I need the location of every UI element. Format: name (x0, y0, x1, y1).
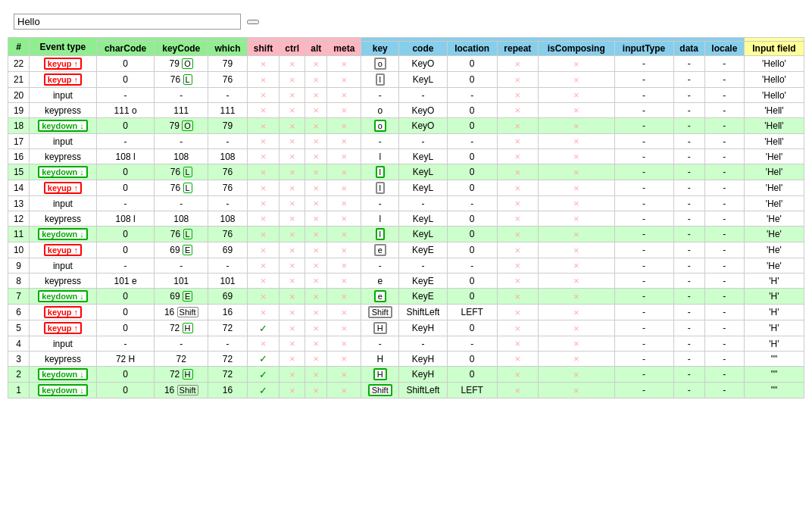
clear-button[interactable] (247, 20, 259, 24)
table-cell: ✓ (248, 383, 280, 399)
keycode-badge: O (182, 120, 193, 131)
event-table: # Event type charCode keyCode which shif… (8, 37, 804, 399)
table-cell: × (538, 367, 614, 383)
table-cell: - (155, 336, 208, 352)
table-cell: - (447, 336, 497, 352)
table-cell: KeyE (399, 242, 448, 258)
table-cell: 0 (447, 164, 497, 180)
table-cell: - (704, 274, 744, 289)
table-cell: × (497, 242, 538, 258)
table-cell: 'He' (744, 258, 804, 274)
table-cell: × (327, 196, 361, 211)
keydown-badge: keydown ↓ (38, 166, 88, 178)
table-cell: 0 (447, 367, 497, 383)
table-cell: × (248, 164, 280, 180)
table-cell: - (704, 336, 744, 352)
table-cell: × (538, 227, 614, 242)
table-cell: 0 (96, 180, 155, 196)
table-cell: × (248, 211, 280, 227)
table-cell: × (280, 258, 305, 274)
table-cell: × (497, 352, 538, 367)
table-cell: 108 l (96, 149, 155, 164)
table-cell: × (305, 164, 327, 180)
table-cell: × (248, 258, 280, 274)
keyboard-input[interactable] (14, 14, 241, 30)
shift-check: ✓ (259, 385, 267, 396)
table-cell: - (704, 180, 744, 196)
col-shift: shift (248, 42, 280, 56)
table-cell: × (538, 258, 614, 274)
shift-cross: × (261, 229, 267, 240)
table-cell: 'H' (744, 289, 804, 305)
table-cell: × (327, 88, 361, 103)
table-cell: "" (744, 352, 804, 367)
table-cell: 0 (447, 180, 497, 196)
keycode-badge: H (183, 323, 193, 333)
key-badge-green: Shift (368, 384, 392, 396)
table-cell: × (538, 352, 614, 367)
table-cell: - (673, 134, 704, 149)
table-cell: 101 (155, 274, 208, 289)
table-cell: - (399, 134, 448, 149)
table-cell: × (305, 88, 327, 103)
table-cell: 101 e (96, 274, 155, 289)
table-cell: - (673, 367, 704, 383)
table-cell: × (280, 88, 305, 103)
col-alt: alt (305, 42, 327, 56)
table-cell: - (673, 289, 704, 305)
table-cell: - (614, 118, 673, 134)
keyup-badge: keyup ↑ (44, 73, 82, 86)
table-cell: - (399, 88, 448, 103)
table-cell: - (614, 134, 673, 149)
table-cell: - (96, 134, 155, 149)
table-cell: - (673, 258, 704, 274)
table-cell: - (704, 258, 744, 274)
table-cell: - (704, 352, 744, 367)
table-cell: - (155, 134, 208, 149)
table-cell: LEFT (447, 383, 497, 399)
table-cell: - (704, 118, 744, 134)
table-cell: × (497, 320, 538, 336)
table-cell: "" (744, 367, 804, 383)
table-cell: keyup ↑ (30, 320, 97, 336)
table-cell: 72 (155, 352, 208, 367)
table-cell: 76 (208, 72, 248, 88)
table-cell: 0 (447, 72, 497, 88)
table-cell: × (327, 336, 361, 352)
table-cell: ShiftLeft (399, 305, 448, 320)
col-inputtype: inputType (614, 42, 673, 56)
table-cell: × (327, 258, 361, 274)
table-cell: × (497, 180, 538, 196)
table-cell: × (538, 103, 614, 118)
table-cell: 108 (208, 211, 248, 227)
table-cell: KeyL (399, 164, 448, 180)
table-cell: × (497, 56, 538, 72)
table-cell: - (704, 134, 744, 149)
table-cell: × (327, 274, 361, 289)
table-cell: - (614, 274, 673, 289)
table-cell: 'Hell' (744, 134, 804, 149)
table-cell: × (538, 242, 614, 258)
table-cell: 'H' (744, 274, 804, 289)
table-cell: 108 l (96, 211, 155, 227)
table-cell: × (280, 180, 305, 196)
table-cell: × (248, 289, 280, 305)
table-cell: × (305, 72, 327, 88)
table-cell: l (361, 211, 399, 227)
table-cell: 3 (8, 352, 30, 367)
shift-cross: × (261, 136, 267, 147)
table-cell: × (327, 227, 361, 242)
key-badge: o (374, 58, 386, 70)
table-cell: keypress (30, 274, 97, 289)
table-cell: l (361, 164, 399, 180)
table-cell: × (538, 88, 614, 103)
table-cell: 9 (8, 258, 30, 274)
shift-cross: × (261, 58, 267, 70)
table-cell: keydown ↓ (30, 118, 97, 134)
shift-cross: × (261, 151, 267, 162)
table-cell: 'Hell' (744, 118, 804, 134)
table-cell: 0 (447, 274, 497, 289)
table-cell: e (361, 274, 399, 289)
table-cell: 79 O (155, 56, 208, 72)
keyup-badge: keyup ↑ (44, 244, 82, 256)
